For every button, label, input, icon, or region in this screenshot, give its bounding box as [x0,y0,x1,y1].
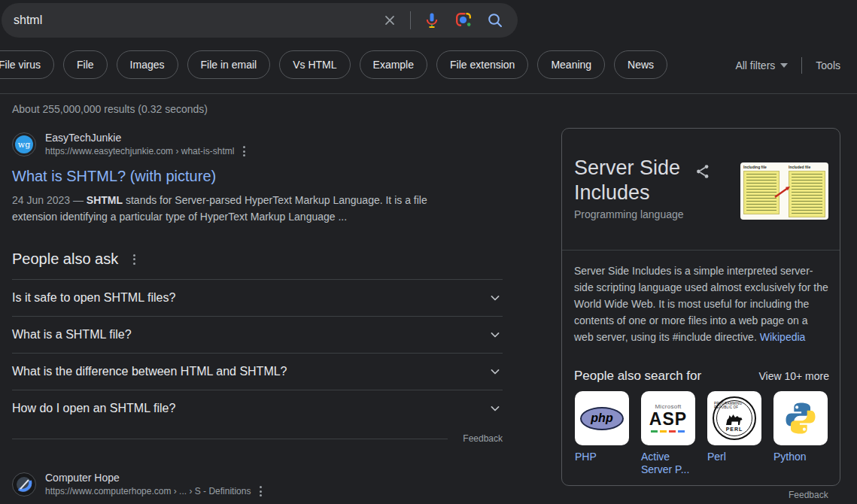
search-input[interactable]: shtml [14,14,381,27]
paa-question-2[interactable]: What is a SHTML file? [12,316,503,353]
pasf-item-python[interactable]: Python [773,391,828,476]
kp-description: Server Side Includes is a simple interpr… [574,263,830,345]
paa-title: People also ask [12,250,118,268]
search-icon [486,11,504,29]
url-text: https://www.computerhope.com › ... › S -… [45,485,251,498]
result-menu-kebab-icon[interactable] [258,484,263,498]
pasf-item-asp[interactable]: Microsoft ASP Active Server P... [641,391,695,476]
kp-pasf-tiles: php PHP Microsoft ASP Active Server P...… [575,391,828,476]
kp-share-button[interactable] [694,163,711,183]
search-bar-icons [381,11,504,29]
lens-camera-icon [454,11,473,29]
chip-label: File in email [201,59,257,71]
search-submit-button[interactable] [486,11,504,29]
site-name: EasyTechJunkie [45,131,247,144]
close-icon [381,12,398,29]
people-also-ask-section: People also ask Is it safe to open SHTML… [12,250,503,445]
chip-images[interactable]: Images [117,50,178,79]
google-lens-button[interactable] [454,11,473,29]
clear-search-button[interactable] [381,12,398,29]
camel-graphic [723,409,746,426]
paa-question-3[interactable]: What is the difference between HTML and … [12,353,503,390]
paa-question-text: Is it safe to open SHTML files? [12,291,175,305]
paa-question-text: What is a SHTML file? [12,328,132,342]
kp-view-more-link[interactable]: View 10+ more [758,370,829,382]
asp-logo-icon: Microsoft ASP [641,391,695,445]
chevron-down-icon [488,327,503,342]
search-result-computerhope: Computer Hope https://www.computerhope.c… [12,471,479,498]
filters-divider [801,57,802,74]
chip-file-extension[interactable]: File extension [436,50,528,79]
kp-image-arrow [740,162,828,220]
all-filters-button[interactable]: All filters [735,59,788,71]
chip-label: File virus [0,59,41,71]
search-bar-divider [410,11,411,29]
paa-question-1[interactable]: Is it safe to open SHTML files? [12,279,503,316]
kp-divider [562,250,840,250]
kp-wikipedia-link[interactable]: Wikipedia [760,331,806,343]
pasf-item-php[interactable]: php PHP [575,391,629,476]
kp-pasf-title: People also search for [574,369,701,384]
pasf-label: PHP [575,451,629,463]
chip-label: News [628,59,654,71]
site-favicon [12,472,36,496]
paa-menu-kebab-icon[interactable] [132,253,137,266]
snippet-keyword: SHTML [87,194,123,206]
site-favicon: wg [12,132,36,156]
chip-meaning[interactable]: Meaning [537,50,605,79]
chip-news[interactable]: News [614,50,667,79]
chip-file[interactable]: File [63,50,108,79]
paa-footer: Feedback [12,433,503,445]
chevron-down-icon [488,364,503,379]
chip-label: Meaning [551,59,591,71]
chevron-down-icon [488,401,503,416]
paa-header: People also ask [12,250,503,268]
pasf-label: Python [773,451,828,463]
paa-question-text: How do I open an SHTML file? [12,402,175,415]
paa-list: Is it safe to open SHTML files? What is … [12,279,503,427]
site-url: https://www.easytechjunkie.com › what-is… [45,144,247,158]
kp-subtitle: Programming language [574,208,684,220]
microphone-icon [423,11,441,29]
paa-feedback-link[interactable]: Feedback [463,433,503,444]
pasf-label: Active Server P... [641,451,695,476]
chip-label: File [77,59,94,71]
results-stats: About 255,000,000 results (0.32 seconds) [12,103,208,115]
chip-file-in-email[interactable]: File in email [187,50,271,79]
chip-vs-html[interactable]: Vs HTML [279,50,350,79]
python-logo-icon [773,391,828,445]
kp-pasf-header: People also search for View 10+ more [574,369,829,384]
pasf-item-perl[interactable]: PROGRAMMING REPUBLIC OF PERL Perl [707,391,761,476]
filters-area: All filters Tools [735,57,840,74]
result-header[interactable]: Computer Hope https://www.computerhope.c… [12,471,479,498]
result-header[interactable]: wg EasyTechJunkie https://www.easytechju… [12,131,479,158]
chip-file-virus[interactable]: File virus [0,50,54,79]
search-refinement-chips: File virus File Images File in email Vs … [0,50,667,79]
voice-search-button[interactable] [423,11,441,29]
chip-label: Images [130,59,165,71]
php-logo-icon: php [575,391,629,445]
paa-question-text: What is the difference between HTML and … [12,365,287,378]
kp-feedback-link[interactable]: Feedback [789,490,828,500]
snippet-date: 24 Jun 2023 — [12,194,87,206]
result-menu-kebab-icon[interactable] [242,144,247,158]
chevron-down-icon [780,63,788,68]
search-result-easytechjunkie: wg EasyTechJunkie https://www.easytechju… [12,131,479,225]
all-filters-label: All filters [735,59,775,71]
easytechjunkie-favicon-icon: wg [15,135,33,153]
header-divider [0,93,857,94]
url-text: https://www.easytechjunkie.com › what-is… [45,145,234,158]
paa-question-4[interactable]: How do I open an SHTML file? [12,390,503,427]
tools-button[interactable]: Tools [816,59,840,71]
chip-example[interactable]: Example [360,50,427,79]
search-bar[interactable]: shtml [2,3,518,38]
chip-label: Vs HTML [293,59,336,71]
chevron-down-icon [488,290,503,305]
pasf-label: Perl [707,451,761,463]
paa-footer-divider [12,439,448,439]
result-title-link[interactable]: What is SHTML? (with picture) [12,168,216,185]
computerhope-favicon-icon [14,475,34,494]
kp-thumbnail-image[interactable]: Including file Included file [740,162,828,220]
result-snippet: 24 Jun 2023 — SHTML stands for Server-pa… [12,192,442,225]
site-url: https://www.computerhope.com › ... › S -… [45,484,263,498]
